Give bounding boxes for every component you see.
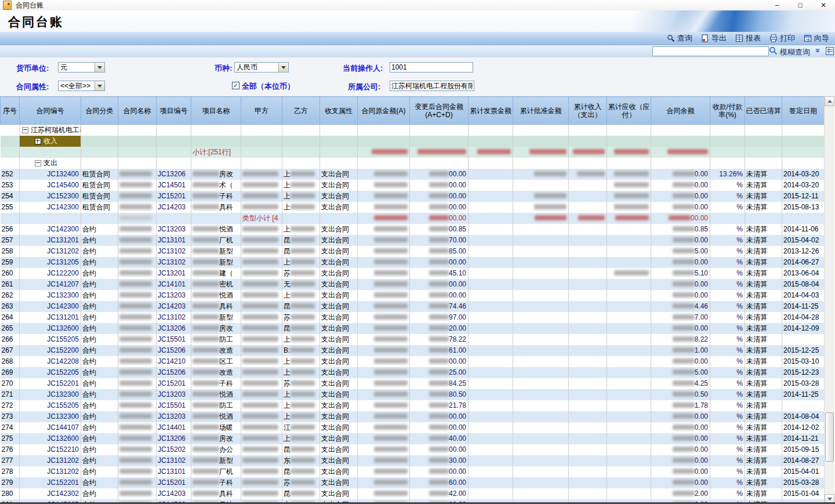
cell-payable-amount (607, 257, 651, 268)
scrollbar-thumb[interactable] (825, 412, 834, 462)
redacted-blur (119, 447, 152, 452)
redacted-blur (193, 314, 219, 320)
table-row-subtotal[interactable]: 小计:[251行] (1, 147, 825, 158)
redacted-blur (614, 171, 649, 176)
wizard-button[interactable]: 向导 (804, 33, 829, 43)
all-base-currency-checkbox[interactable]: ✓ (232, 82, 239, 89)
table-row-276[interactable]: 276JC152210合约JC15202办公昆支出合同00.000.00%未清算… (1, 444, 825, 455)
column-header-balance[interactable]: 合同余额 (651, 97, 710, 125)
column-header-orig-amount[interactable]: 合同原金额(A) (358, 97, 410, 125)
table-row-270[interactable]: 270JC152201合约JC15201子科苏支出合同84.254.25%未清算… (1, 378, 825, 389)
table-row-expense[interactable]: 支出 (1, 158, 825, 169)
dropdown-arrow-icon[interactable] (95, 63, 104, 72)
cell-category: 合约 (81, 312, 118, 323)
column-header-party-a[interactable]: 甲方 (241, 97, 282, 125)
maximize-button[interactable]: □ (789, 0, 812, 10)
table-row-280[interactable]: 280JC142302合约JC14203具科昆支出合同42.002.00%未清算… (1, 488, 825, 499)
column-header-settled[interactable]: 已否已清算 (745, 97, 782, 125)
column-header-party-b[interactable]: 乙方 (282, 97, 320, 125)
table-row-278[interactable]: 278JC131202合约JC13101厂机昆支出合同00.000.00%未清算… (1, 466, 825, 477)
cell-project-no: JC13102 (157, 246, 191, 257)
contract-attr-select[interactable]: <<全部>> (58, 81, 105, 91)
column-header-payable-amount[interactable]: 累计应收（应付） (607, 97, 651, 125)
collapse-minus-icon[interactable] (22, 127, 28, 133)
company-field[interactable] (390, 81, 474, 91)
table-row-income[interactable]: 收入 (1, 136, 825, 147)
redacted-blur (119, 347, 152, 353)
minimize-button[interactable]: – (765, 0, 789, 10)
column-header-category[interactable]: 合同分类 (81, 97, 118, 125)
table-row-company[interactable]: 江苏柯瑞机电工程 (1, 125, 825, 136)
table-row-258[interactable]: 258JC131202合约JC13102新型昆支出合同85.005.00%未清算… (1, 246, 825, 257)
column-header-approved-amount[interactable]: 累计批准金额 (513, 97, 569, 125)
table-row-266[interactable]: 266JC155205合约JC15501防工上支出合同78.228.22%未清算 (1, 334, 825, 345)
dropdown-arrow-icon[interactable] (95, 81, 104, 90)
table-row-261[interactable]: 261JC141207合约JC14101密机无支出合同00.000.00%未清算… (1, 279, 825, 290)
table-row-271[interactable]: 271JC132300合约JC13203悦酒上支出合同80.500.50%未清算… (1, 389, 825, 400)
table-row-272[interactable]: 272JC155205合约JC15501防工上支出合同21.781.78%未清算 (1, 400, 825, 411)
table-row-264[interactable]: 264JC131201合约JC13102新型苏支出合同97.007.00%未清算… (1, 312, 825, 323)
table-row-273[interactable]: 273JC132300合约JC13203悦酒上支出合同00.000.00%未清算… (1, 411, 825, 422)
cell-party-b: 上 (282, 202, 320, 213)
column-header-project-name[interactable]: 项目名称 (191, 97, 241, 125)
column-header-rate[interactable]: 收款/付款率(%) (710, 97, 745, 125)
table-row-269[interactable]: 269JC152205合约JC15206改造上支出合同25.005.00%未清算… (1, 367, 825, 378)
redacted-blur (374, 403, 408, 408)
export-button[interactable]: 导出 (701, 33, 727, 43)
report-button[interactable]: 报表 (735, 33, 761, 43)
scroll-up-button[interactable] (825, 96, 834, 106)
chevron-down-icon[interactable]: » (814, 46, 823, 55)
table-row-277[interactable]: 277JC131202合约JC13102新型东支出合同30.000.00%未清算… (1, 455, 825, 466)
grid-view-icon[interactable] (826, 47, 834, 55)
redacted-blur (673, 182, 695, 187)
table-row-260[interactable]: 260JC122200合约JC13201建（苏支出合同45.105.10%未清算… (1, 268, 825, 279)
cell-party-b: 昆 (282, 488, 320, 499)
table-row-type_subtotal[interactable]: 类型小计 [400.0000.00 (1, 213, 825, 224)
expand-plus-icon[interactable] (35, 138, 41, 144)
table-row-256[interactable]: 256JC142300合约JC13203悦酒上支出合同00.850.85%未清算… (1, 224, 825, 235)
column-header-seq[interactable]: 序号 (1, 97, 20, 125)
table-row-254[interactable]: 254JC152300租赁合同JC15201子科上支出合同00.000.00%未… (1, 191, 825, 202)
operator-field[interactable] (390, 62, 473, 72)
table-row-267[interactable]: 267JC152200合约JC15206改造B:支出合同61.001.00%未清… (1, 345, 825, 356)
cell-payable-amount (607, 312, 651, 323)
table-row-275[interactable]: 275JC132600合约JC13206房改上支出合同40.000.00%未清算… (1, 433, 825, 444)
cell-orig-amount (358, 323, 410, 334)
cell-project-name: 悦酒 (191, 411, 241, 422)
cell-income-amount (569, 389, 607, 400)
table-row-262[interactable]: 262JC132300合约JC13203悦酒上支出合同00.000.00%未清算… (1, 290, 825, 301)
column-header-attr[interactable]: 收支属性 (320, 97, 358, 125)
table-row-263[interactable]: 263JC142300合约JC14203具科昆支出合同74.464.46%未清算… (1, 301, 825, 312)
table-row-274[interactable]: 274JC144107合约JC14401场暖江支出合同00.000.00%未清算… (1, 422, 825, 433)
cell-project-name: 子科 (191, 191, 241, 202)
table-row-255[interactable]: 255JC142300租赁合同JC14203具科上支出合同00.000.00%未… (1, 202, 825, 213)
dropdown-arrow-icon[interactable] (278, 63, 288, 72)
column-header-invoice-amount[interactable]: 累计发票金额 (469, 97, 513, 125)
cell-orig-amount (358, 367, 410, 378)
table-row-257[interactable]: 257JC131201合约JC13101厂机昆支出合同70.000.00%未清算… (1, 235, 825, 246)
column-header-income-amount[interactable]: 累计收入（支出） (569, 97, 607, 125)
cell-approved-amount (513, 422, 569, 433)
column-header-changed-amount[interactable]: 变更后合同金额(A+C+D) (410, 97, 469, 125)
table-row-253[interactable]: 253JC145400租赁合同JC14501术（上支出合同00.000.00%未… (1, 180, 825, 191)
close-button[interactable]: ✕ (812, 0, 835, 10)
collapse-minus-icon[interactable] (35, 160, 41, 166)
column-header-project-no[interactable]: 项目编号 (157, 97, 191, 125)
redacted-blur (429, 270, 449, 275)
print-button[interactable]: 打印 (769, 33, 795, 43)
query-button[interactable]: 查询 (667, 33, 692, 43)
redacted-blur (374, 237, 408, 242)
column-header-contract-no[interactable]: 合同编号 (20, 97, 81, 125)
table-row-279[interactable]: 279JC152201合约JC15201子科苏支出合同60.000.00%未清算… (1, 477, 825, 488)
column-header-name[interactable]: 合同名称 (118, 97, 157, 125)
table-row-268[interactable]: 268JC142208合约JC14210区工上支出合同00.000.00%未清算… (1, 356, 825, 367)
fuzzy-query-button[interactable]: 模糊查询 (780, 47, 810, 57)
table-row-252[interactable]: 252JC132400租赁合同JC13206房改上支出合同00.000.0013… (1, 169, 825, 180)
column-header-sign-date[interactable]: 签定日期 (782, 97, 825, 125)
currency-unit-select[interactable]: 元 (58, 62, 105, 72)
table-row-259[interactable]: 259JC131205合约JC13102新型上支出合同00.000.00%未清算… (1, 257, 825, 268)
table-row-265[interactable]: 265JC132600合约JC13206房改昆支出合同20.000.00%未清算… (1, 323, 825, 334)
vertical-scrollbar[interactable] (824, 96, 834, 504)
currency-select[interactable]: 人民币 (234, 62, 289, 72)
search-input[interactable] (652, 46, 769, 56)
